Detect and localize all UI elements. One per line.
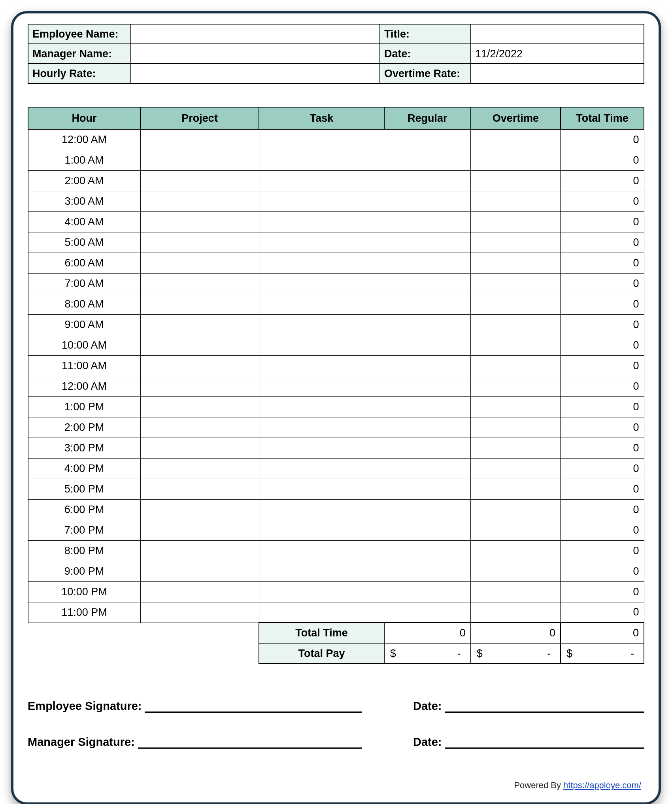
- manager-signature-line[interactable]: [138, 737, 362, 749]
- cell-project[interactable]: [140, 335, 259, 355]
- cell-task[interactable]: [259, 438, 384, 458]
- cell-task[interactable]: [259, 499, 384, 520]
- cell-regular[interactable]: [384, 376, 471, 396]
- cell-overtime[interactable]: [471, 170, 561, 191]
- cell-task[interactable]: [259, 520, 384, 540]
- cell-overtime[interactable]: [471, 294, 561, 314]
- cell-project[interactable]: [140, 458, 259, 479]
- cell-overtime[interactable]: [471, 458, 561, 479]
- cell-overtime[interactable]: [471, 129, 561, 150]
- cell-regular[interactable]: [384, 581, 471, 602]
- cell-project[interactable]: [140, 129, 259, 150]
- cell-project[interactable]: [140, 581, 259, 602]
- employee-signature-date-line[interactable]: [445, 701, 644, 713]
- cell-task[interactable]: [259, 561, 384, 581]
- cell-project[interactable]: [140, 294, 259, 314]
- cell-task[interactable]: [259, 294, 384, 314]
- cell-task[interactable]: [259, 150, 384, 170]
- cell-task[interactable]: [259, 540, 384, 561]
- cell-task[interactable]: [259, 335, 384, 355]
- cell-project[interactable]: [140, 438, 259, 458]
- cell-overtime[interactable]: [471, 314, 561, 335]
- cell-regular[interactable]: [384, 232, 471, 253]
- cell-task[interactable]: [259, 396, 384, 417]
- cell-overtime[interactable]: [471, 232, 561, 253]
- date-value[interactable]: 11/2/2022: [471, 44, 644, 64]
- cell-regular[interactable]: [384, 273, 471, 294]
- cell-overtime[interactable]: [471, 602, 561, 623]
- cell-regular[interactable]: [384, 355, 471, 376]
- cell-project[interactable]: [140, 602, 259, 623]
- cell-regular[interactable]: [384, 170, 471, 191]
- cell-task[interactable]: [259, 376, 384, 396]
- cell-project[interactable]: [140, 314, 259, 335]
- cell-task[interactable]: [259, 232, 384, 253]
- cell-project[interactable]: [140, 520, 259, 540]
- cell-overtime[interactable]: [471, 499, 561, 520]
- cell-overtime[interactable]: [471, 253, 561, 273]
- cell-overtime[interactable]: [471, 479, 561, 499]
- cell-regular[interactable]: [384, 458, 471, 479]
- cell-overtime[interactable]: [471, 417, 561, 438]
- cell-task[interactable]: [259, 211, 384, 232]
- cell-regular[interactable]: [384, 479, 471, 499]
- cell-project[interactable]: [140, 211, 259, 232]
- cell-task[interactable]: [259, 314, 384, 335]
- cell-regular[interactable]: [384, 253, 471, 273]
- cell-project[interactable]: [140, 417, 259, 438]
- cell-regular[interactable]: [384, 540, 471, 561]
- cell-regular[interactable]: [384, 499, 471, 520]
- cell-overtime[interactable]: [471, 561, 561, 581]
- cell-overtime[interactable]: [471, 438, 561, 458]
- cell-regular[interactable]: [384, 561, 471, 581]
- cell-project[interactable]: [140, 540, 259, 561]
- employee-signature-line[interactable]: [145, 701, 362, 713]
- cell-regular[interactable]: [384, 335, 471, 355]
- title-value[interactable]: [471, 24, 644, 44]
- cell-overtime[interactable]: [471, 150, 561, 170]
- cell-overtime[interactable]: [471, 355, 561, 376]
- cell-task[interactable]: [259, 417, 384, 438]
- cell-overtime[interactable]: [471, 191, 561, 211]
- cell-regular[interactable]: [384, 438, 471, 458]
- cell-regular[interactable]: [384, 396, 471, 417]
- cell-task[interactable]: [259, 355, 384, 376]
- cell-regular[interactable]: [384, 211, 471, 232]
- cell-task[interactable]: [259, 273, 384, 294]
- cell-regular[interactable]: [384, 602, 471, 623]
- cell-regular[interactable]: [384, 417, 471, 438]
- cell-overtime[interactable]: [471, 396, 561, 417]
- cell-project[interactable]: [140, 232, 259, 253]
- powered-by-link[interactable]: https://apploye.com/: [563, 780, 641, 790]
- cell-project[interactable]: [140, 253, 259, 273]
- cell-regular[interactable]: [384, 314, 471, 335]
- cell-overtime[interactable]: [471, 335, 561, 355]
- cell-regular[interactable]: [384, 191, 471, 211]
- cell-task[interactable]: [259, 253, 384, 273]
- cell-task[interactable]: [259, 458, 384, 479]
- cell-regular[interactable]: [384, 129, 471, 150]
- cell-project[interactable]: [140, 479, 259, 499]
- cell-overtime[interactable]: [471, 273, 561, 294]
- cell-task[interactable]: [259, 170, 384, 191]
- cell-task[interactable]: [259, 581, 384, 602]
- cell-project[interactable]: [140, 499, 259, 520]
- cell-overtime[interactable]: [471, 540, 561, 561]
- cell-regular[interactable]: [384, 294, 471, 314]
- cell-task[interactable]: [259, 479, 384, 499]
- cell-project[interactable]: [140, 355, 259, 376]
- employee-name-value[interactable]: [131, 24, 380, 44]
- overtime-rate-value[interactable]: [471, 64, 644, 83]
- cell-overtime[interactable]: [471, 581, 561, 602]
- cell-project[interactable]: [140, 273, 259, 294]
- cell-project[interactable]: [140, 170, 259, 191]
- cell-regular[interactable]: [384, 150, 471, 170]
- cell-overtime[interactable]: [471, 211, 561, 232]
- manager-name-value[interactable]: [131, 44, 380, 64]
- cell-project[interactable]: [140, 396, 259, 417]
- cell-overtime[interactable]: [471, 376, 561, 396]
- cell-task[interactable]: [259, 602, 384, 623]
- cell-project[interactable]: [140, 561, 259, 581]
- cell-overtime[interactable]: [471, 520, 561, 540]
- cell-regular[interactable]: [384, 520, 471, 540]
